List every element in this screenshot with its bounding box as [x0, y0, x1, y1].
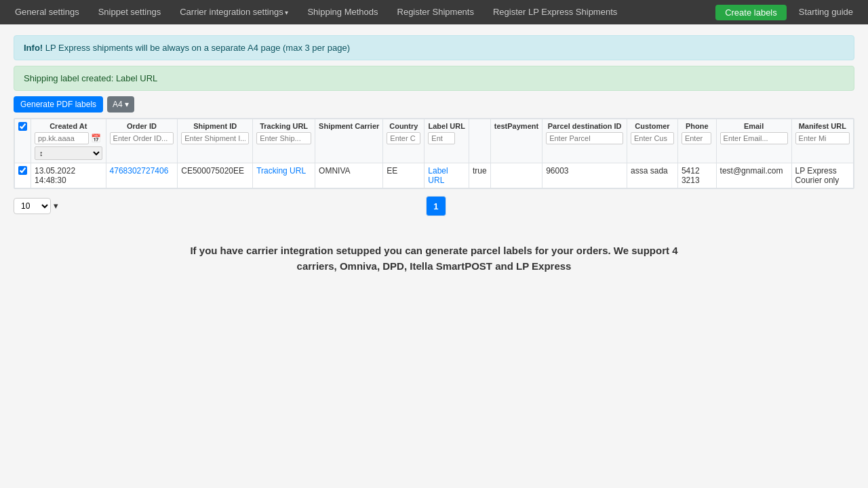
nav-carrier-integration[interactable]: Carrier integration settings — [170, 0, 298, 25]
th-parcel-destination: Parcel destination ID — [542, 119, 627, 163]
row-shipment-id: CE500075020EE — [178, 163, 253, 188]
th-email: Email — [716, 119, 791, 163]
filter-manifest-url[interactable] — [795, 132, 850, 144]
row-order-id: 4768302727406 — [106, 163, 178, 188]
label-url-link[interactable]: Label URL — [116, 73, 157, 83]
pagination-row: 10 25 50 100 ▾ 1 — [14, 196, 854, 216]
nav-create-labels[interactable]: Create labels — [715, 5, 787, 20]
th-tracking-url: Tracking URL — [253, 119, 315, 163]
filter-shipment-id[interactable] — [181, 132, 249, 144]
th-phone-label: Phone — [682, 122, 713, 130]
th-country: Country — [383, 119, 425, 163]
nav-register-lp-express[interactable]: Register LP Express Shipments — [484, 0, 627, 24]
row-shipment-carrier: OMNIVA — [315, 163, 383, 188]
filter-customer[interactable] — [631, 132, 674, 144]
filter-parcel-destination[interactable] — [546, 132, 623, 144]
nav-register-shipments[interactable]: Register Shipments — [388, 0, 484, 24]
th-shipment-id-label: Shipment ID — [181, 122, 249, 130]
success-prefix: Shipping label created: — [24, 73, 113, 83]
th-label-url: Label URL — [425, 119, 469, 163]
th-email-label: Email — [720, 122, 788, 130]
row-customer: assa sada — [627, 163, 678, 188]
row-parcel-destination: 96003 — [542, 163, 627, 188]
per-page-select[interactable]: 10 25 50 100 — [14, 198, 51, 214]
a4-label: A4 — [113, 100, 123, 109]
th-shipment-carrier-label: Shipment Carrier — [319, 122, 379, 130]
row-phone: 5412 3213 — [677, 163, 716, 188]
row-country: EE — [383, 163, 425, 188]
filter-created-at[interactable] — [35, 132, 89, 144]
th-tracking-url-label: Tracking URL — [256, 122, 311, 130]
toolbar: Generate PDF labels A4 ▾ — [14, 96, 854, 113]
th-created-at: Created At 📅 ↕ — [31, 119, 106, 163]
page-1-button[interactable]: 1 — [426, 196, 446, 216]
th-shipment-carrier: Shipment Carrier — [315, 119, 383, 163]
info-prefix: Info! — [24, 43, 43, 53]
filter-order-id[interactable] — [110, 132, 174, 144]
a4-arrow-icon: ▾ — [125, 100, 129, 109]
row-email: test@gnmail.com — [716, 163, 791, 188]
th-customer-label: Customer — [631, 122, 674, 130]
row-manifest-url: LP Express Courier only — [791, 163, 853, 188]
navigation: General settings Snippet settings Carrie… — [0, 0, 868, 24]
filter-country[interactable] — [387, 132, 420, 144]
shipments-table-wrapper: Created At 📅 ↕ Or — [14, 118, 854, 189]
th-shipment-id: Shipment ID — [178, 119, 253, 163]
row-checkbox-cell — [15, 163, 31, 188]
th-country-label: Country — [387, 122, 420, 130]
footer-text: If you have carrier integration setupped… — [183, 243, 685, 274]
success-alert: Shipping label created: Label URL — [14, 66, 854, 91]
row-test-payment — [490, 163, 542, 188]
pagination: 1 — [426, 196, 446, 216]
tracking-url-link[interactable]: Tracking URL — [256, 166, 306, 176]
per-page-wrapper: 10 25 50 100 ▾ — [14, 198, 58, 214]
row-checkbox[interactable] — [18, 166, 27, 175]
nav-starting-guide[interactable]: Starting guide — [789, 0, 863, 24]
th-phone: Phone — [677, 119, 716, 163]
th-manifest-url: Manifest URL — [791, 119, 853, 163]
shipments-table: Created At 📅 ↕ Or — [14, 119, 854, 188]
label-url-row-link[interactable]: Label URL — [428, 166, 448, 185]
th-test-payment-label: testPayment — [494, 122, 538, 130]
order-id-link[interactable]: 4768302727406 — [110, 166, 169, 176]
th-label-url-label: Label URL — [428, 122, 465, 130]
th-test-payment: testPayment — [490, 119, 542, 163]
calendar-icon: 📅 — [91, 134, 101, 143]
filter-email[interactable] — [720, 132, 788, 144]
per-page-arrow: ▾ — [54, 201, 58, 211]
table-row: 13.05.2022 14:48:30 4768302727406 CE5000… — [15, 163, 854, 188]
generate-pdf-button[interactable]: Generate PDF labels — [14, 96, 103, 113]
info-alert: Info! LP Express shipments will be alway… — [14, 35, 854, 60]
filter-phone[interactable] — [682, 132, 711, 144]
th-customer: Customer — [627, 119, 678, 163]
filter-tracking-url[interactable] — [256, 132, 311, 144]
row-label-url: Label URL — [425, 163, 469, 188]
main-content: Info! LP Express shipments will be alway… — [0, 24, 868, 285]
filter-created-at-select[interactable]: ↕ — [35, 146, 102, 160]
info-message: LP Express shipments will be always on a… — [45, 43, 350, 53]
select-all-checkbox[interactable] — [18, 122, 27, 131]
row-created-at: 13.05.2022 14:48:30 — [31, 163, 106, 188]
nav-general-settings[interactable]: General settings — [5, 0, 89, 24]
th-parcel-destination-label: Parcel destination ID — [546, 122, 623, 130]
nav-snippet-settings[interactable]: Snippet settings — [89, 0, 171, 24]
nav-shipping-methods[interactable]: Shipping Methods — [298, 0, 387, 24]
th-order-id-label: Order ID — [110, 122, 174, 130]
row-col8: true — [469, 163, 491, 188]
row-tracking-url: Tracking URL — [253, 163, 315, 188]
th-order-id: Order ID — [106, 119, 178, 163]
th-manifest-url-label: Manifest URL — [795, 122, 850, 130]
th-checkbox — [15, 119, 31, 163]
a4-button[interactable]: A4 ▾ — [107, 96, 134, 113]
filter-label-url[interactable] — [428, 132, 455, 144]
th-created-at-label: Created At — [35, 122, 102, 130]
th-col8 — [469, 119, 491, 163]
